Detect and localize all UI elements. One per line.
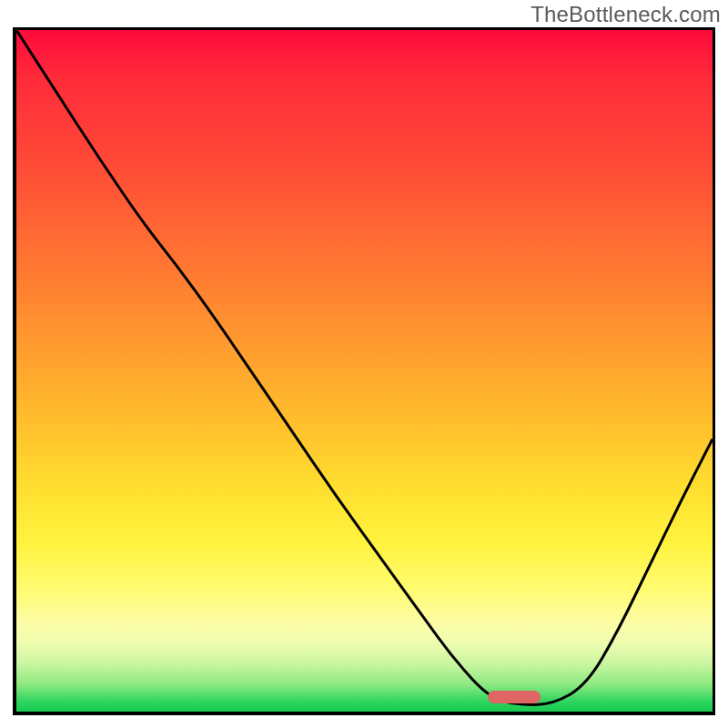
optimal-marker: [488, 691, 541, 703]
bottleneck-curve: [16, 30, 713, 712]
plot-area: [13, 27, 715, 715]
watermark-text: TheBottleneck.com: [531, 2, 721, 27]
chart-container: TheBottleneck.com: [0, 0, 728, 728]
